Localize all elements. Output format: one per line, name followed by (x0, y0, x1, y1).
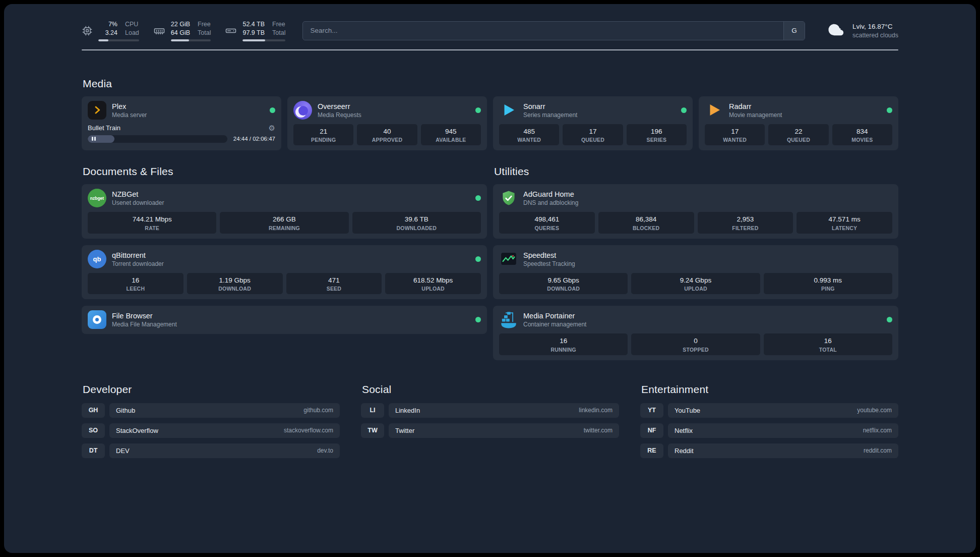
status-indicator (887, 107, 892, 113)
portainer-card[interactable]: Media Portainer Container management 16 … (493, 306, 898, 360)
stat-label: LEECH (90, 286, 181, 292)
adguard-card[interactable]: AdGuard Home DNS and adblocking 498,461 … (493, 184, 898, 239)
bookmark-reddit[interactable]: RE Reddit reddit.com (640, 443, 898, 458)
qbittorrent-card[interactable]: qb qBittorrent Torrent downloader 16 LEE… (82, 245, 487, 300)
bookmark-abbr: SO (82, 423, 105, 438)
bookmark-dev[interactable]: DT DEV dev.to (82, 443, 340, 458)
service-desc: Series management (523, 112, 577, 119)
bookmark-stackoverflow[interactable]: SO StackOverflow stackoverflow.com (82, 423, 340, 438)
bookmark-abbr: NF (640, 423, 663, 438)
stat-value: 945 (423, 127, 479, 136)
bookmark-abbr: YT (640, 403, 663, 418)
service-name: File Browser (112, 311, 177, 320)
stat-value: 498,461 (501, 215, 593, 224)
stat-tile: 1.19 Gbps DOWNLOAD (187, 273, 283, 295)
status-indicator (475, 195, 481, 201)
stat-tile: 834 MOVIES (832, 124, 892, 146)
service-name: AdGuard Home (523, 190, 578, 199)
stat-value: 16 (501, 337, 626, 346)
cpu-values: 7% 3.24 (98, 20, 117, 37)
speedtest-card[interactable]: Speedtest Speedtest Tracking 9.65 Gbps D… (493, 245, 898, 300)
weather-condition: scattered clouds (852, 32, 898, 39)
nzbget-card[interactable]: nzbget NZBGet Usenet downloader 744.21 M… (82, 184, 487, 239)
stat-tile: 0.993 ms PING (764, 273, 892, 295)
service-name: Radarr (729, 102, 782, 111)
status-indicator (681, 107, 687, 113)
service-desc: Media server (112, 112, 147, 119)
bookmark-name: Reddit (675, 447, 694, 455)
adguard-icon (499, 189, 518, 207)
stat-value: 485 (501, 127, 557, 136)
status-indicator (475, 256, 481, 262)
disk-label-2: Total (272, 29, 285, 37)
stat-tile: 9.24 Gbps UPLOAD (631, 273, 760, 295)
filebrowser-icon (88, 310, 106, 329)
stat-label: MOVIES (834, 137, 890, 143)
overseerr-card[interactable]: Overseerr Media Requests 21 PENDING 40 A… (287, 96, 487, 151)
bookmark-url: twitter.com (584, 427, 612, 434)
cpu-label-2: Load (125, 29, 139, 37)
stat-tile: 39.6 TB DOWNLOADED (352, 212, 481, 234)
memory-label-1: Free (198, 20, 211, 29)
stat-value: 2,953 (700, 215, 791, 224)
stat-tile: 485 WANTED (499, 124, 559, 146)
cpu-percent: 7% (98, 20, 117, 29)
stat-label: FILTERED (700, 225, 791, 231)
sonarr-icon (499, 101, 518, 120)
service-name: Media Portainer (523, 311, 586, 320)
service-desc: Media File Management (112, 321, 177, 328)
stat-value: 744.21 Mbps (90, 215, 214, 224)
stat-label: DOWNLOAD (189, 286, 281, 292)
bookmark-netflix[interactable]: NF Netflix netflix.com (640, 423, 898, 438)
disk-label-1: Free (272, 20, 285, 29)
stat-label: APPROVED (359, 137, 415, 143)
bookmark-github[interactable]: GH Github github.com (82, 403, 340, 418)
bookmark-url: reddit.com (864, 447, 892, 454)
sonarr-card[interactable]: Sonarr Series management 485 WANTED 17 Q… (493, 96, 693, 151)
bookmark-youtube[interactable]: YT YouTube youtube.com (640, 403, 898, 418)
cpu-icon (82, 25, 93, 36)
playback-progress-bar[interactable] (88, 135, 227, 143)
cpu-progress-bar (98, 39, 139, 41)
qbittorrent-icon: qb (88, 250, 106, 268)
status-indicator (475, 107, 481, 113)
status-indicator (270, 107, 275, 113)
plex-card[interactable]: Plex Media server Bullet Train ⚙ (82, 96, 281, 151)
stat-tile: 22 QUEUED (768, 124, 828, 146)
bookmark-name: DEV (116, 447, 130, 455)
nzbget-icon: nzbget (88, 189, 106, 207)
cpu-widget: 7% 3.24 CPU Load (82, 20, 139, 41)
bookmark-name: YouTube (675, 407, 700, 414)
stat-tile: 196 SERIES (627, 124, 687, 146)
bookmark-group-social: Social LI LinkedIn linkedin.com TW Twitt… (361, 383, 619, 438)
filebrowser-card[interactable]: File Browser Media File Management (82, 306, 487, 334)
stat-value: 0 (633, 337, 758, 346)
stat-value: 16 (766, 337, 890, 346)
search-input[interactable] (303, 22, 783, 40)
stat-value: 40 (359, 127, 415, 136)
search-provider-button[interactable]: G (783, 22, 805, 40)
stat-label: QUEUED (770, 137, 826, 143)
stat-value: 471 (288, 276, 380, 285)
section-title-social: Social (362, 383, 619, 396)
service-name: qBittorrent (112, 251, 164, 260)
bookmark-abbr: RE (640, 443, 663, 458)
gear-icon[interactable]: ⚙ (269, 124, 275, 132)
memory-progress-bar (171, 39, 211, 41)
bookmark-linkedin[interactable]: LI LinkedIn linkedin.com (361, 403, 619, 418)
topbar: 7% 3.24 CPU Load (82, 20, 898, 41)
stat-label: REMAINING (222, 225, 346, 231)
stat-tile: 16 LEECH (88, 273, 183, 295)
pause-icon (92, 137, 96, 141)
stat-value: 21 (295, 127, 351, 136)
stat-label: UPLOAD (387, 286, 479, 292)
overseerr-icon (293, 101, 312, 120)
bookmark-url: stackoverflow.com (284, 427, 333, 434)
bookmark-twitter[interactable]: TW Twitter twitter.com (361, 423, 619, 438)
bookmark-url: linkedin.com (579, 407, 612, 414)
radarr-card[interactable]: Radarr Movie management 17 WANTED 22 QUE… (699, 96, 898, 151)
stat-value: 266 GB (222, 215, 346, 224)
stat-value: 1.19 Gbps (189, 276, 281, 285)
memory-labels: Free Total (198, 20, 211, 37)
weather-widget: Lviv, 16.87°C scattered clouds (826, 21, 898, 40)
